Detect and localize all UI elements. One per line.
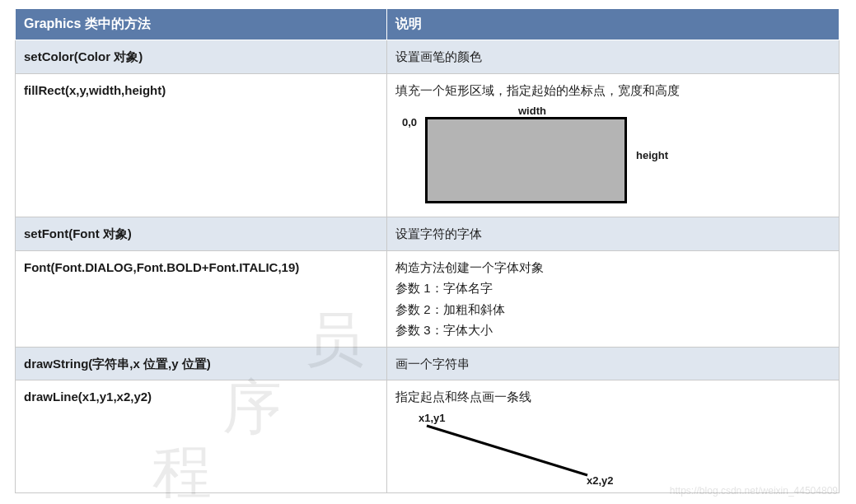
desc-line: 参数 1：字体名字: [395, 278, 830, 299]
table-row: Font(Font.DIALOG,Font.BOLD+Font.ITALIC,1…: [16, 250, 840, 347]
svg-line-0: [427, 426, 587, 475]
method-cell: fillRect(x,y,width,height): [16, 73, 387, 217]
height-label: height: [636, 147, 668, 165]
method-cell: drawLine(x1,y1,x2,y2): [16, 380, 387, 493]
header-method: Graphics 类中的方法: [16, 9, 387, 40]
desc-cell: 设置画笔的颜色: [387, 40, 840, 74]
fillrect-diagram: 0,0 width height: [399, 104, 662, 211]
desc-text: 填充一个矩形区域，指定起始的坐标点，宽度和高度: [395, 83, 680, 97]
origin-label: 0,0: [402, 114, 417, 132]
desc-cell: 画一个字符串: [387, 347, 840, 380]
table-row: drawString(字符串,x 位置,y 位置) 画一个字符串: [16, 347, 840, 380]
desc-cell: 指定起点和终点画一条线 x1,y1 x2,y2: [387, 380, 840, 493]
table-header-row: Graphics 类中的方法 说明: [16, 9, 840, 40]
graphics-methods-table: Graphics 类中的方法 说明 setColor(Color 对象) 设置画…: [15, 8, 840, 493]
desc-line: 参数 2：加粗和斜体: [395, 299, 830, 320]
table-row: setFont(Font 对象) 设置字符的字体: [16, 217, 840, 251]
table-row: setColor(Color 对象) 设置画笔的颜色: [16, 40, 840, 74]
desc-line: 构造方法创建一个字体对象: [395, 257, 830, 278]
method-cell: drawString(字符串,x 位置,y 位置): [16, 347, 387, 380]
desc-cell: 设置字符的字体: [387, 217, 840, 251]
method-cell: setColor(Color 对象): [16, 40, 387, 74]
desc-line: 参数 3：字体大小: [395, 320, 830, 341]
header-desc: 说明: [387, 9, 840, 40]
method-cell: setFont(Font 对象): [16, 217, 387, 251]
desc-text: 指定起点和终点画一条线: [395, 390, 531, 404]
line-icon: [402, 413, 649, 487]
table-row: fillRect(x,y,width,height) 填充一个矩形区域，指定起始…: [16, 73, 840, 217]
desc-cell: 填充一个矩形区域，指定起始的坐标点，宽度和高度 0,0 width height: [387, 73, 840, 217]
drawline-diagram: x1,y1 x2,y2: [402, 413, 649, 487]
table-row: drawLine(x1,y1,x2,y2) 指定起点和终点画一条线 x1,y1 …: [16, 380, 840, 493]
desc-cell: 构造方法创建一个字体对象 参数 1：字体名字 参数 2：加粗和斜体 参数 3：字…: [387, 250, 840, 347]
rect-box-icon: [425, 117, 627, 203]
method-cell: Font(Font.DIALOG,Font.BOLD+Font.ITALIC,1…: [16, 250, 387, 347]
